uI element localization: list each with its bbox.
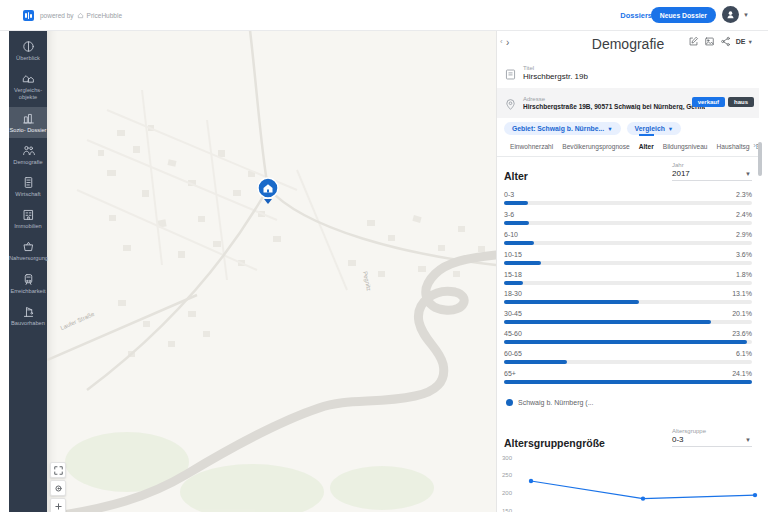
top-bar: powered by PriceHubble Dossiers Neues Do… [0, 0, 768, 31]
sidebar-nav: Überblick Vergleichs- objekte Sozio- Dos… [9, 30, 47, 512]
y-axis-tick: 200 [502, 490, 512, 496]
user-icon [725, 9, 736, 20]
socio-dossier-icon [22, 112, 35, 125]
avatar[interactable] [722, 6, 739, 23]
sidebar-item-wirtschaft[interactable]: Wirtschaft [9, 171, 47, 202]
badge-verkauf: verkauf [692, 97, 725, 107]
map-marker[interactable] [257, 177, 279, 205]
legend-label: Schwaig b. Nürnberg (... [518, 399, 593, 406]
age-bar-row: 30-45 20.1% [504, 309, 752, 329]
scrollbar-thumb[interactable] [758, 142, 762, 176]
age-bar-row: 65+ 24.1% [504, 369, 752, 389]
titel-value: Hirschbergstr. 19b [523, 72, 588, 81]
agegroup-line-chart: 300250200150 [497, 450, 759, 512]
language-select[interactable]: DE ▼ [736, 38, 753, 45]
language-value: DE [736, 38, 746, 45]
real-estate-icon [22, 208, 35, 221]
demography-panel: › Demografie DE ▼ [496, 30, 759, 512]
share-icon[interactable] [720, 36, 731, 47]
year-select[interactable]: Jahr 2017 ▼ [672, 162, 752, 181]
app-window: powered by PriceHubble Dossiers Neues Do… [0, 0, 768, 512]
tabs-scroll-left-icon[interactable]: ‹ [500, 37, 503, 46]
powered-by-text: powered by [40, 12, 74, 19]
year-select-label: Jahr [672, 162, 752, 168]
sidebar-item-überblick[interactable]: Überblick [9, 35, 47, 66]
edit-icon[interactable] [688, 36, 699, 47]
agegroup-select[interactable]: Altersgruppe 0-3 ▼ [672, 428, 752, 447]
agegroup-select-value: 0-3 [672, 435, 752, 444]
age-bar-row: 15-18 1.8% [504, 270, 752, 290]
house-marker-icon [257, 177, 279, 205]
compare-objects-icon [22, 72, 35, 85]
pricehubble-logo-icon [77, 12, 84, 19]
chevron-down-icon: ▼ [745, 437, 751, 443]
titel-row: Titel Hirschbergstr. 19b [497, 60, 759, 86]
app-logo-icon[interactable] [23, 10, 34, 21]
sidebar-item-nahversorgung[interactable]: Nahversorgung [9, 235, 47, 266]
chevron-down-icon: ▼ [668, 126, 673, 132]
overview-icon [22, 40, 35, 53]
chevron-down-icon: ▼ [748, 39, 753, 45]
chart-legend: Schwaig b. Nürnberg (... [506, 399, 593, 406]
agegroup-select-label: Altersgruppe [672, 428, 752, 434]
fullscreen-button[interactable] [50, 462, 66, 478]
demography-icon [22, 144, 35, 157]
age-bar-row: 18-30 13.1% [504, 289, 752, 309]
legend-dot-icon [506, 399, 513, 406]
age-bar-row: 45-60 23.6% [504, 329, 752, 349]
sidebar-item-demografie[interactable]: Demografie [9, 139, 47, 170]
year-select-value: 2017 [672, 169, 752, 178]
brand-name: PriceHubble [87, 12, 122, 19]
locate-button[interactable] [50, 480, 66, 496]
alter-section-title: Alter [504, 170, 528, 182]
sidebar-item-vergleichs-objekte[interactable]: Vergleichs- objekte [9, 67, 47, 105]
property-badges: verkaufhaus [692, 97, 754, 107]
panel-header: › Demografie DE ▼ [497, 30, 759, 58]
document-icon [504, 68, 517, 81]
y-axis-tick: 300 [502, 455, 512, 461]
agegroup-section-title: Altersgruppengröße [504, 437, 605, 449]
local-supply-icon [22, 240, 35, 253]
sidebar-item-erreichbarkeit[interactable]: Erreichbarkeit [9, 268, 47, 299]
sidebar-item-immobilien[interactable]: Immobilien [9, 203, 47, 234]
y-axis-tick: 250 [502, 472, 512, 478]
construction-icon [22, 305, 35, 318]
tab-alter[interactable]: Alter [639, 134, 654, 156]
tab-bildungsniveau[interactable]: Bildungsniveau [663, 134, 708, 156]
powered-by: powered by PriceHubble [40, 12, 122, 19]
export-image-icon[interactable] [704, 36, 715, 47]
age-bar-row: 3-6 2.4% [504, 210, 752, 230]
chevron-down-icon: ▼ [745, 171, 751, 177]
map-background [47, 30, 496, 512]
tabs-scroll-right-icon[interactable]: › [750, 141, 756, 150]
panel-scrollbar [758, 30, 762, 512]
map-canvas[interactable]: Laufer Straße Pegnitz [47, 30, 496, 512]
age-bar-row: 10-15 3.6% [504, 250, 752, 270]
zoom-in-button[interactable] [50, 498, 66, 512]
age-bar-row: 60-65 6.1% [504, 349, 752, 369]
adresse-value: Hirschbergstraße 19B, 90571 Schwaig bei … [523, 103, 705, 110]
new-dossier-button[interactable]: Neues Dossier [651, 7, 716, 23]
plus-icon [54, 502, 63, 511]
tab-bar: EinwohnerzahlBevölkerungsprognoseAlterBi… [497, 134, 759, 157]
sidebar-item-sozio-dossier[interactable]: Sozio- Dossier [9, 107, 47, 138]
age-bar-chart: 0-3 2.3% 3-6 2.4% 6-10 2.9% 10-15 3.6% 1… [504, 190, 752, 389]
age-bar-row: 0-3 2.3% [504, 190, 752, 210]
tab-bevölkerungsprognose[interactable]: Bevölkerungsprognose [562, 134, 629, 156]
adresse-label: Adresse [523, 96, 705, 102]
dossiers-link[interactable]: Dossiers [620, 11, 652, 20]
accessibility-icon [22, 273, 35, 286]
economy-icon [22, 176, 35, 189]
sidebar-item-bauvorhaben[interactable]: Bauvorhaben [9, 300, 47, 331]
age-bar-row: 6-10 2.9% [504, 230, 752, 250]
titel-label: Titel [523, 65, 588, 71]
account-menu-caret-icon[interactable]: ▼ [743, 12, 749, 18]
y-axis-tick: 150 [502, 508, 512, 512]
badge-haus: haus [728, 97, 754, 107]
tab-einwohnerzahl[interactable]: Einwohnerzahl [510, 134, 553, 156]
location-pin-icon [504, 98, 517, 111]
fullscreen-icon [54, 466, 63, 475]
chevron-down-icon: ▼ [607, 126, 612, 132]
locate-icon [54, 484, 63, 493]
